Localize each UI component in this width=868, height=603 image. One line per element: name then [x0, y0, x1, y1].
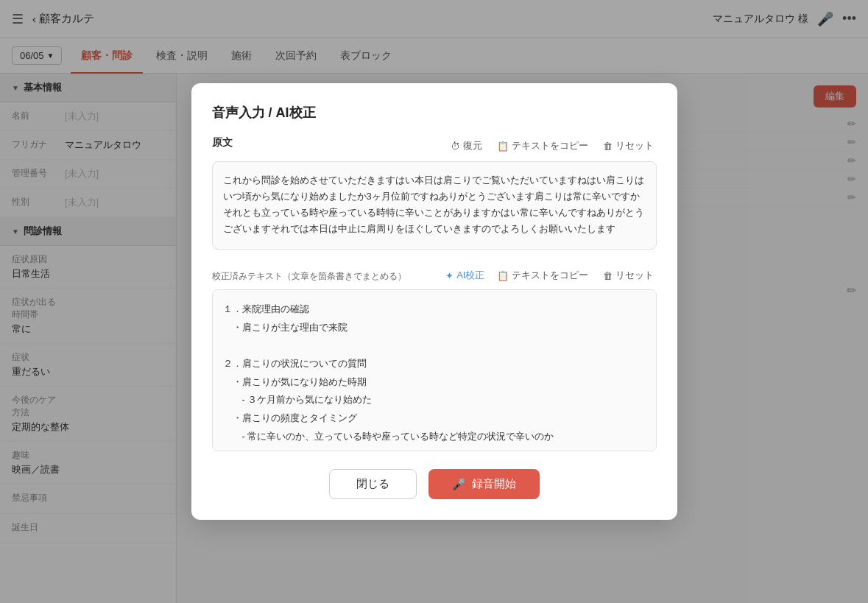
modal-overlay: 音声入力 / AI校正 原文 ⏱ 復元 📋 テキストをコピー 🗑 リセット これ…	[0, 0, 868, 603]
corrected-actions: ✦ AI校正 📋 テキストをコピー 🗑 リセット	[445, 267, 656, 283]
trash2-icon: 🗑	[603, 270, 613, 281]
record-mic-icon: 🎤	[452, 478, 466, 491]
restore-icon: ⏱	[451, 141, 460, 152]
copy-text2-button[interactable]: 📋 テキストをコピー	[494, 267, 591, 283]
voice-input-modal: 音声入力 / AI校正 原文 ⏱ 復元 📋 テキストをコピー 🗑 リセット これ…	[191, 83, 677, 520]
corrected-sub-label: 校正済みテキスト（文章を箇条書きでまとめる）	[212, 271, 406, 281]
copy-icon: 📋	[497, 141, 509, 152]
modal-title: 音声入力 / AI校正	[212, 104, 657, 121]
reset2-button[interactable]: 🗑 リセット	[600, 267, 657, 283]
corrected-section: 校正済みテキスト（文章を箇条書きでまとめる） ✦ AI校正 📋 テキストをコピー…	[212, 267, 657, 454]
close-button[interactable]: 閉じる	[329, 469, 417, 499]
ai-correct-button[interactable]: ✦ AI校正	[445, 269, 484, 282]
copy-text-button[interactable]: 📋 テキストをコピー	[494, 138, 591, 154]
original-text-area[interactable]: これから問診を始めさせていただきますはい本日は肩こりでご覧いただいていますねはい…	[212, 161, 657, 250]
copy2-icon: 📋	[497, 270, 509, 281]
corrected-section-top: 校正済みテキスト（文章を箇条書きでまとめる） ✦ AI校正 📋 テキストをコピー…	[212, 267, 657, 283]
original-section-top: 原文 ⏱ 復元 📋 テキストをコピー 🗑 リセット	[212, 136, 657, 155]
modal-footer: 閉じる 🎤 録音開始	[212, 469, 657, 499]
record-button[interactable]: 🎤 録音開始	[428, 469, 540, 499]
trash-icon: 🗑	[603, 141, 613, 152]
original-section-label: 原文	[212, 136, 233, 149]
corrected-label-wrap: 校正済みテキスト（文章を箇条書きでまとめる）	[212, 269, 406, 283]
reset-button[interactable]: 🗑 リセット	[600, 138, 657, 154]
restore-button[interactable]: ⏱ 復元	[448, 138, 485, 154]
ai-icon: ✦	[445, 270, 454, 281]
corrected-text-area[interactable]: １．来院理由の確認 ・肩こりが主な理由で来院 ２．肩こりの状況についての質問 ・…	[212, 289, 657, 451]
original-actions: ⏱ 復元 📋 テキストをコピー 🗑 リセット	[448, 138, 657, 154]
